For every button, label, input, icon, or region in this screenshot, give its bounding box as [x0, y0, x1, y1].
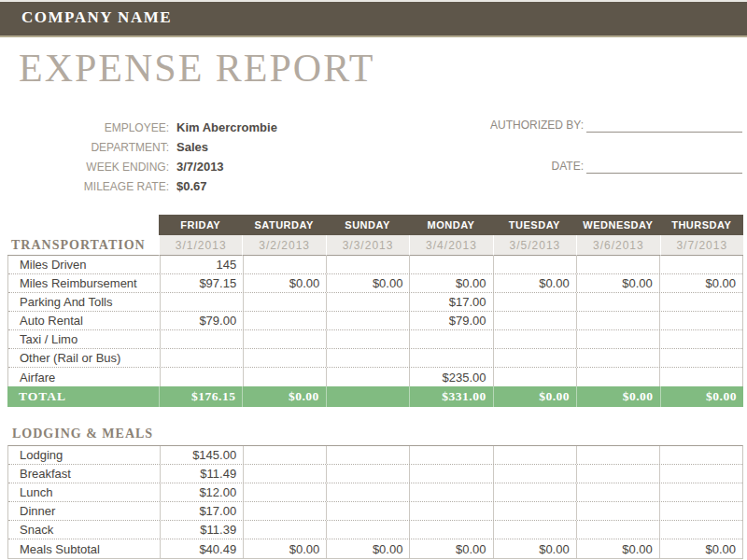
amount-cell[interactable]: $0.00 — [243, 539, 326, 558]
day-header-cell: SATURDAY — [242, 215, 325, 235]
amount-cell[interactable]: $17.00 — [160, 502, 243, 520]
info-field-value[interactable]: 3/7/2013 — [176, 160, 224, 174]
amount-cell[interactable]: $0.00 — [493, 274, 576, 292]
amount-cell[interactable] — [326, 446, 409, 464]
amount-cell[interactable]: 145 — [160, 256, 243, 273]
amount-cell[interactable] — [326, 349, 409, 367]
amount-cell[interactable]: $145.00 — [160, 446, 243, 464]
authorized-by-line[interactable] — [586, 119, 742, 133]
amount-cell[interactable] — [493, 483, 576, 501]
amount-cell[interactable] — [326, 502, 409, 520]
amount-cell[interactable]: $0.00 — [326, 274, 409, 292]
amount-cell[interactable]: $0.00 — [243, 274, 326, 292]
amount-cell[interactable] — [409, 465, 492, 483]
amount-cell[interactable] — [576, 312, 659, 329]
info-field-value[interactable]: $0.67 — [176, 179, 207, 193]
amount-cell[interactable]: $0.00 — [576, 539, 659, 558]
amount-cell[interactable]: $40.49 — [160, 539, 243, 558]
amount-cell[interactable] — [409, 446, 492, 464]
amount-cell[interactable]: $97.15 — [160, 274, 243, 292]
amount-cell[interactable]: $0.00 — [409, 539, 492, 558]
amount-cell[interactable] — [493, 368, 576, 386]
amount-cell[interactable] — [659, 465, 742, 483]
amount-cell[interactable] — [659, 256, 742, 273]
amount-cell[interactable] — [326, 293, 409, 311]
amount-cell[interactable] — [659, 483, 742, 501]
amount-cell[interactable] — [326, 521, 409, 539]
amount-cell[interactable] — [326, 368, 409, 386]
amount-cell[interactable] — [409, 349, 492, 367]
amount-cell[interactable] — [243, 349, 326, 367]
amount-cell[interactable] — [493, 446, 576, 464]
amount-cell[interactable] — [576, 330, 659, 348]
amount-cell[interactable] — [243, 330, 326, 348]
amount-cell[interactable] — [243, 368, 326, 386]
amount-cell[interactable]: $11.39 — [160, 521, 243, 539]
amount-cell[interactable] — [659, 330, 742, 348]
amount-cell[interactable] — [576, 293, 659, 311]
amount-cell[interactable] — [409, 483, 492, 501]
amount-cell[interactable] — [576, 256, 659, 273]
amount-cell[interactable] — [243, 256, 326, 273]
amount-cell[interactable]: $0.00 — [409, 274, 492, 292]
amount-cell[interactable] — [493, 293, 576, 311]
date-line[interactable] — [586, 161, 742, 174]
amount-cell[interactable] — [160, 330, 243, 348]
amount-cell[interactable] — [409, 502, 492, 520]
info-field-value[interactable]: Sales — [176, 140, 208, 154]
amount-cell[interactable]: $79.00 — [409, 312, 492, 329]
amount-cell[interactable] — [326, 256, 409, 273]
amount-cell[interactable]: $0.00 — [659, 539, 742, 558]
amount-cell[interactable] — [659, 349, 742, 367]
amount-cell[interactable] — [243, 293, 326, 311]
amount-cell[interactable] — [243, 446, 326, 464]
amount-cell[interactable] — [493, 465, 576, 483]
amount-cell[interactable]: $0.00 — [659, 274, 742, 292]
amount-cell[interactable] — [493, 330, 576, 348]
amount-cell[interactable] — [160, 293, 243, 311]
amount-cell[interactable] — [576, 483, 659, 501]
amount-cell[interactable] — [659, 312, 742, 329]
amount-cell[interactable]: $79.00 — [160, 312, 243, 329]
amount-cell[interactable] — [409, 521, 492, 539]
amount-cell[interactable] — [243, 502, 326, 520]
amount-cell[interactable] — [659, 368, 742, 386]
amount-cell[interactable] — [493, 521, 576, 539]
amount-cell[interactable]: $12.00 — [160, 483, 243, 501]
amount-cell[interactable] — [160, 349, 243, 367]
amount-cell[interactable] — [659, 521, 742, 539]
amount-cell[interactable]: $0.00 — [576, 274, 659, 292]
amount-cell[interactable] — [576, 446, 659, 464]
amount-cell[interactable] — [659, 293, 742, 311]
amount-cell[interactable] — [493, 502, 576, 520]
amount-cell[interactable] — [326, 465, 409, 483]
amount-cell[interactable]: $11.49 — [160, 465, 243, 483]
amount-cell[interactable] — [409, 256, 492, 273]
info-field-value[interactable]: Kim Abercrombie — [176, 120, 277, 134]
table-row: Breakfast$11.49 — [8, 465, 742, 483]
amount-cell[interactable] — [493, 256, 576, 273]
amount-cell[interactable] — [576, 521, 659, 539]
amount-cell[interactable] — [409, 330, 492, 348]
amount-cell[interactable] — [576, 502, 659, 520]
amount-cell[interactable] — [243, 312, 326, 329]
amount-cell[interactable] — [576, 368, 659, 386]
amount-cell[interactable] — [659, 446, 742, 464]
amount-cell[interactable]: $0.00 — [326, 539, 409, 558]
amount-cell[interactable] — [243, 465, 326, 483]
amount-cell[interactable] — [160, 368, 243, 386]
amount-cell[interactable] — [243, 521, 326, 539]
amount-cell[interactable] — [576, 349, 659, 367]
amount-cell[interactable] — [243, 483, 326, 501]
amount-cell[interactable] — [659, 502, 742, 520]
amount-cell[interactable] — [576, 465, 659, 483]
row-label: Dinner — [8, 502, 160, 520]
amount-cell[interactable]: $235.00 — [409, 368, 492, 386]
amount-cell[interactable]: $17.00 — [409, 293, 492, 311]
amount-cell[interactable] — [326, 312, 409, 329]
amount-cell[interactable] — [326, 330, 409, 348]
amount-cell[interactable] — [493, 349, 576, 367]
amount-cell[interactable] — [493, 312, 576, 329]
amount-cell[interactable] — [326, 483, 409, 501]
amount-cell[interactable]: $0.00 — [493, 539, 576, 558]
